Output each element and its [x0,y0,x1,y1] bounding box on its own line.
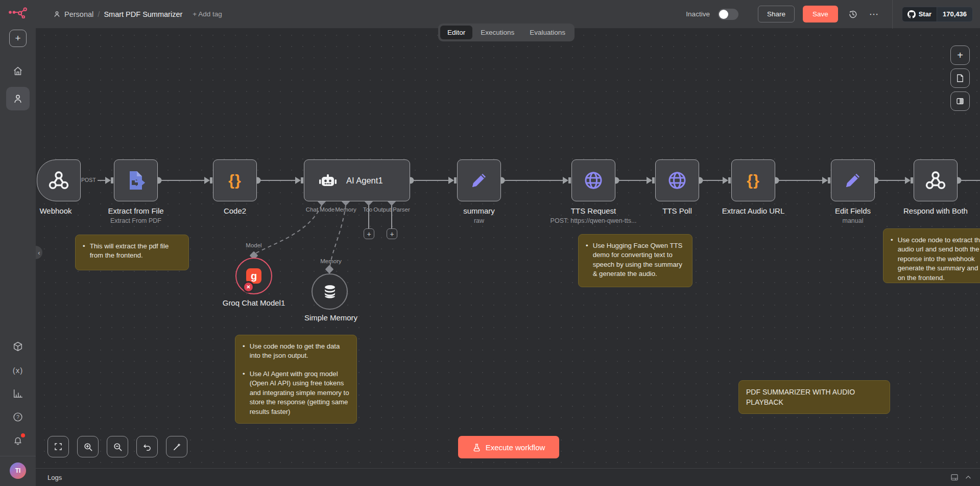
zoom-in-button[interactable] [77,436,99,457]
workflow-canvas[interactable]: • This will extract the pdf file from th… [36,29,980,468]
node-extract-audio-url[interactable]: {} [731,159,775,201]
globe-icon [582,169,605,192]
node-tts-poll[interactable] [655,159,699,201]
pencil-icon [469,170,489,191]
node-name: Edit Fields [835,206,871,215]
node-name: Webhook [39,206,71,215]
node-name: AI Agent1 [346,176,383,186]
tab-editor[interactable]: Editor [440,26,472,39]
expand-logs-button[interactable] [965,474,972,481]
zoom-out-button[interactable] [107,436,128,457]
add-tool-button[interactable]: + [364,228,374,239]
sidebar-item-templates[interactable] [8,336,28,357]
save-button[interactable]: Save [803,6,838,22]
node-code2[interactable]: {} [213,159,257,201]
execute-workflow-label: Execute workflow [486,443,545,452]
user-avatar[interactable]: TI [10,462,26,479]
chevron-up-icon [965,474,972,481]
subnode-port-label: Memory [320,258,342,264]
toggle-panel-button[interactable] [950,91,970,111]
breadcrumb-separator: / [98,10,100,18]
sticky-note-title[interactable]: PDF SUMMARIZER WITH AUDIO PLAYBACK [738,380,890,414]
user-icon [53,10,61,18]
open-logs-view-button[interactable] [950,473,959,481]
node-name: TTS Request [571,206,616,215]
undo-icon [142,442,152,452]
node-webhook[interactable] [37,159,81,201]
github-zone: Star 170,436 [892,0,980,29]
node-respond-with-both[interactable] [914,159,958,201]
sidebar-item-insights[interactable] [8,383,28,404]
add-tag-button[interactable]: + Add tag [193,10,222,18]
sticky-note-text: Use Hugging Face Qwen TTS demo for conve… [593,241,685,279]
breadcrumb-project[interactable]: Personal [53,10,93,18]
workflow-history-button[interactable] [846,8,859,21]
sticky-note-text: Use code node to extract the audio url a… [898,236,980,283]
split-panel-icon [955,97,965,106]
flask-icon [472,443,481,452]
fit-view-button[interactable] [47,436,69,457]
plus-icon: + [367,230,371,238]
sticky-note[interactable]: • This will extract the pdf file from th… [75,235,189,270]
canvas-add-node-button[interactable]: + [950,45,970,65]
canvas-add-sticky-button[interactable] [950,68,970,88]
logs-panel-header[interactable]: Logs [36,468,980,486]
node-subtitle: manual [843,217,864,224]
node-summary[interactable] [457,159,501,201]
node-edit-fields[interactable] [831,159,875,201]
sidebar-item-help[interactable]: ? [8,407,28,427]
error-badge: ✕ [243,281,254,293]
tab-evaluations[interactable]: Evaluations [522,26,572,39]
sidebar-item-personal[interactable] [6,87,30,110]
agent-port-label: Output Parser [373,206,410,213]
workflow-title[interactable]: Smart PDF Summarizer [104,10,182,18]
node-name: TTS Poll [662,206,692,215]
sticky-note[interactable]: • Use Hugging Face Qwen TTS demo for con… [578,234,692,287]
node-tts-request[interactable] [571,159,615,201]
share-button[interactable]: Share [758,6,795,22]
svg-text:?: ? [16,414,19,420]
help-icon: ? [12,411,23,423]
sidebar: + (x) [0,0,36,486]
sidebar-add-workflow-button[interactable]: + [9,30,27,47]
node-name: summary [463,206,495,215]
tab-executions[interactable]: Executions [473,26,521,39]
subnode-port-label: Model [246,242,261,248]
notification-dot [21,433,25,437]
webhook-icon [48,170,69,191]
sticky-note[interactable]: • Use code node to extract the audio url… [883,228,980,283]
sidebar-item-variables[interactable]: (x) [8,360,28,380]
collapse-sidebar-handle[interactable]: ‹ [36,246,42,259]
plus-icon: + [390,230,394,238]
sticky-note[interactable]: • Use code node to get the data into the… [235,335,357,424]
node-extract-from-file[interactable] [114,159,158,201]
zoom-in-icon [83,442,93,452]
more-options-button[interactable]: ⋯ [868,8,881,21]
activation-status-label: Inactive [686,10,710,18]
subnode-simple-memory[interactable] [312,273,348,310]
subnode-name: Simple Memory [304,313,357,322]
execute-workflow-button[interactable]: Execute workflow [458,436,559,458]
file-export-icon [125,169,147,192]
node-name: Code2 [224,206,246,215]
node-ai-agent1[interactable]: AI Agent1 [304,159,410,201]
tidy-up-button[interactable] [166,436,187,457]
bar-chart-icon [12,388,23,399]
magic-wand-icon [172,442,182,452]
node-subtitle: raw [474,217,484,224]
sidebar-item-notifications[interactable] [8,430,28,451]
subnode-name: Groq Chat Model1 [223,298,285,307]
activation-toggle[interactable] [718,9,738,20]
fit-view-icon [54,442,63,451]
user-icon [12,93,23,104]
add-output-parser-button[interactable]: + [387,228,397,239]
sidebar-item-home[interactable] [6,59,30,83]
undo-button[interactable] [136,436,158,457]
globe-icon [666,169,688,192]
logs-title: Logs [36,474,62,481]
agent-port-label: Chat Mode [306,206,334,213]
github-star-widget[interactable]: Star 170,436 [902,7,973,22]
history-icon [848,9,858,19]
pencil-icon [843,170,863,191]
close-icon: ✕ [246,284,250,290]
